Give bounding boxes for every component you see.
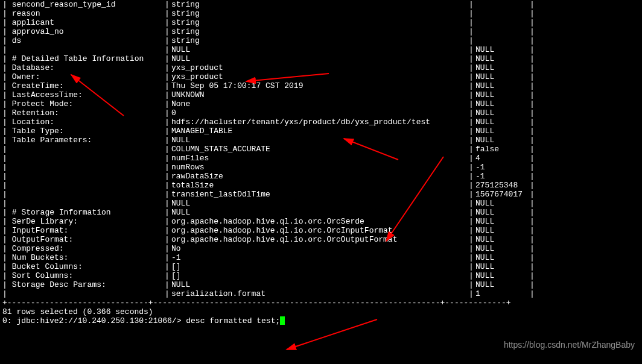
col-name: ds: [7, 36, 163, 45]
col-value: yxs_product: [171, 72, 467, 81]
col-name: SerDe Library:: [7, 217, 163, 226]
col-value: NULL: [171, 208, 467, 217]
col-name: reason: [7, 9, 163, 18]
col-comment: NULL: [475, 81, 530, 90]
col-name: CreateTime:: [7, 81, 163, 90]
col-value: string: [171, 27, 467, 36]
col-comment: NULL: [475, 136, 530, 145]
table-row: | OutputFormat:|org.apache.hadoop.hive.q…: [2, 235, 535, 244]
col-name: Database:: [7, 63, 163, 72]
table-row: ||totalSize|275125348|: [2, 181, 535, 190]
col-comment: NULL: [475, 54, 530, 63]
table-row: | LastAccessTime:|UNKNOWN|NULL|: [2, 90, 535, 99]
table-row: | applicant|string||: [2, 18, 535, 27]
col-name: Location:: [7, 118, 163, 127]
table-row: | Storage Desc Params:|NULL|NULL|: [2, 280, 535, 289]
table-row: | Retention:|0|NULL|: [2, 108, 535, 118]
col-value: NULL: [171, 54, 467, 63]
command-input[interactable]: desc formatted test;: [186, 316, 280, 325]
status-line: 81 rows selected (0.366 seconds): [2, 307, 535, 316]
table-row: | ds|string||: [2, 36, 535, 45]
table-row: | Table Parameters:|NULL|NULL|: [2, 136, 535, 145]
table-row: | sencond_reason_type_id|string||: [2, 0, 535, 9]
col-value: yxs_product: [171, 63, 467, 72]
col-value: string: [171, 0, 467, 9]
table-row: | CreateTime:|Thu Sep 05 17:00:17 CST 20…: [2, 81, 535, 90]
col-name: Bucket Columns:: [7, 262, 163, 271]
col-comment: NULL: [475, 118, 530, 127]
col-name: Sort Columns:: [7, 271, 163, 280]
col-name: approval_no: [7, 27, 163, 36]
col-value: Thu Sep 05 17:00:17 CST 2019: [171, 81, 467, 90]
col-value: rawDataSize: [171, 172, 467, 181]
col-comment: 1: [475, 289, 530, 298]
table-row: | Database:|yxs_product|NULL|: [2, 63, 535, 72]
col-comment: NULL: [475, 199, 530, 208]
table-row: ||serialization.format|1|: [2, 289, 535, 298]
table-row: | SerDe Library:|org.apache.hadoop.hive.…: [2, 217, 535, 226]
table-row: ||NULL|NULL|: [2, 199, 535, 208]
col-comment: NULL: [475, 280, 530, 289]
col-value: org.apache.hadoop.hive.ql.io.orc.OrcInpu…: [171, 226, 467, 235]
col-value: MANAGED_TABLE: [171, 127, 467, 136]
col-value: numFiles: [171, 154, 467, 163]
col-name: Owner:: [7, 72, 163, 81]
col-value: NULL: [171, 280, 467, 289]
table-row: | Owner:|yxs_product|NULL|: [2, 72, 535, 81]
table-row: | reason|string||: [2, 9, 535, 18]
table-row: ||COLUMN_STATS_ACCURATE|false|: [2, 145, 535, 154]
table-row: | Table Type:|MANAGED_TABLE|NULL|: [2, 127, 535, 136]
col-comment: NULL: [475, 262, 530, 271]
prompt-prefix: 0: jdbc:hive2://10.240.250.130:21066/>: [2, 316, 186, 325]
col-value: transient_lastDdlTime: [171, 190, 467, 199]
col-comment: NULL: [475, 63, 530, 72]
col-comment: NULL: [475, 217, 530, 226]
col-comment: NULL: [475, 244, 530, 253]
col-value: NULL: [171, 45, 467, 54]
col-value: string: [171, 36, 467, 45]
col-value: COLUMN_STATS_ACCURATE: [171, 145, 467, 154]
col-value: org.apache.hadoop.hive.ql.io.orc.OrcOutp…: [171, 235, 467, 244]
col-value: NULL: [171, 199, 467, 208]
col-name: Table Type:: [7, 127, 163, 136]
col-value: string: [171, 18, 467, 27]
table-separator: +------------------------------+--------…: [2, 298, 535, 307]
col-value: None: [171, 99, 467, 108]
col-comment: NULL: [475, 235, 530, 244]
col-value: -1: [171, 253, 467, 262]
col-name: # Detailed Table Information: [7, 54, 163, 63]
table-row: | Protect Mode:|None|NULL|: [2, 99, 535, 108]
col-comment: 4: [475, 154, 530, 163]
col-name: Num Buckets:: [7, 253, 163, 262]
col-name: Table Parameters:: [7, 136, 163, 145]
table-row: | # Detailed Table Information|NULL|NULL…: [2, 54, 535, 63]
col-name: InputFormat:: [7, 226, 163, 235]
terminal-output: | sencond_reason_type_id|string||| reaso…: [0, 0, 537, 325]
col-value: numRows: [171, 163, 467, 172]
col-name: sencond_reason_type_id: [7, 0, 163, 9]
col-value: string: [171, 9, 467, 18]
col-name: Protect Mode:: [7, 99, 163, 108]
col-value: org.apache.hadoop.hive.ql.io.orc.OrcSerd…: [171, 217, 467, 226]
table-row: ||NULL|NULL|: [2, 45, 535, 54]
col-value: []: [171, 271, 467, 280]
table-row: | Location:|hdfs://hacluster/tenant/yxs/…: [2, 118, 535, 127]
col-value: totalSize: [171, 181, 467, 190]
col-comment: -1: [475, 163, 530, 172]
table-row: | Sort Columns:|[]|NULL|: [2, 271, 535, 280]
col-comment: NULL: [475, 72, 530, 81]
table-row: | approval_no|string||: [2, 27, 535, 36]
prompt-line[interactable]: 0: jdbc:hive2://10.240.250.130:21066/> d…: [2, 316, 535, 325]
table-row: | Compressed:|No|NULL|: [2, 244, 535, 253]
col-comment: NULL: [475, 45, 530, 54]
col-value: No: [171, 244, 467, 253]
watermark-text: https://blog.csdn.net/MrZhangBaby: [504, 340, 635, 350]
col-comment: NULL: [475, 127, 530, 136]
table-row: | Bucket Columns:|[]|NULL|: [2, 262, 535, 271]
col-comment: NULL: [475, 208, 530, 217]
col-name: OutputFormat:: [7, 235, 163, 244]
col-value: hdfs://hacluster/tenant/yxs/product/db/y…: [171, 118, 467, 127]
table-row: | Num Buckets:|-1|NULL|: [2, 253, 535, 262]
col-comment: NULL: [475, 108, 530, 118]
col-value: 0: [171, 108, 467, 118]
